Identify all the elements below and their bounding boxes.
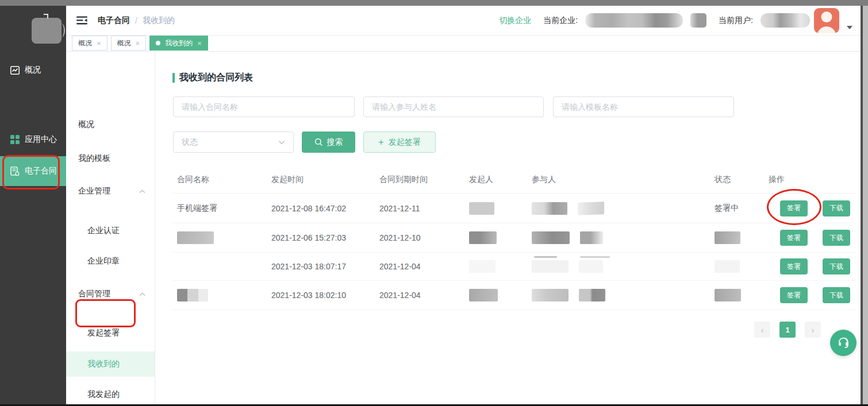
tab-overview-2[interactable]: 概况 ×	[111, 36, 147, 51]
window-top-strip	[0, 0, 868, 6]
cell-actions: 签署 下载	[769, 253, 861, 280]
app-logo-tick	[44, 14, 48, 18]
cell-contract-name-redacted	[177, 223, 269, 252]
cell-expire-time: 2021-12-11	[379, 194, 467, 223]
sign-button[interactable]: 签署	[780, 200, 808, 216]
sidebar-collapse-icon[interactable]	[76, 16, 87, 25]
tab-overview-1[interactable]: 概况 ×	[72, 36, 107, 51]
download-button[interactable]: 下载	[823, 230, 850, 246]
current-user-name-redacted	[761, 13, 810, 28]
current-company-name-redacted	[585, 13, 683, 28]
menu-group-contract-management[interactable]: 合同管理	[66, 283, 155, 306]
breadcrumb: 电子合同 / 我收到的	[98, 16, 175, 26]
cell-status-redacted	[715, 253, 766, 280]
template-name-input[interactable]	[553, 96, 734, 117]
primary-sidebar-label: 电子合同	[25, 166, 57, 176]
headset-icon	[836, 335, 851, 350]
col-status: 状态	[715, 167, 766, 193]
cell-status: 签署中	[715, 194, 766, 223]
participant-name-input[interactable]	[363, 96, 544, 117]
tab-close-icon[interactable]: ×	[136, 40, 140, 47]
menu-label: 我的模板	[78, 153, 110, 164]
window-right-gutter	[863, 6, 868, 406]
primary-sidebar-label: 概况	[25, 65, 41, 75]
primary-sidebar-item-app-center[interactable]: 应用中心	[0, 125, 66, 154]
cell-participants-redacted	[532, 194, 712, 223]
primary-sidebar-item-e-contract[interactable]: 电子合同	[0, 156, 66, 186]
chevron-down-icon	[278, 140, 285, 145]
cell-start-time: 2021-12-03 18:07:17	[271, 253, 377, 280]
menu-item-enterprise-seal[interactable]: 企业印章	[66, 250, 155, 273]
cell-participants-redacted	[532, 223, 712, 252]
tab-close-icon[interactable]: ×	[197, 40, 202, 47]
menu-label: 企业管理	[78, 186, 110, 196]
user-avatar[interactable]	[814, 8, 839, 33]
primary-sidebar-item-overview[interactable]: 概况	[0, 55, 66, 85]
menu-label: 发起签署	[87, 328, 120, 338]
sign-button[interactable]: 签署	[780, 258, 808, 274]
cell-start-time: 2021-12-08 16:47:02	[271, 194, 377, 223]
cell-contract-name	[177, 253, 269, 280]
pagination-prev-button[interactable]: ‹	[754, 322, 770, 338]
menu-group-enterprise-management[interactable]: 企业管理	[66, 180, 155, 203]
breadcrumb-current: 我收到的	[143, 16, 175, 26]
menu-item-my-templates[interactable]: 我的模板	[66, 147, 155, 170]
table-row: 手机端签署 2021-12-08 16:47:02 2021-12-11 签署中…	[172, 194, 857, 223]
table-row: 2021-12-03 18:02:10 2021-12-04 签署 下载	[172, 281, 857, 310]
pagination-next-button[interactable]: ›	[805, 322, 821, 338]
table-header-row: 合同名称 发起时间 合同到期时间 发起人 参与人 状态 操作	[172, 167, 857, 194]
search-button[interactable]: 搜索	[302, 132, 355, 153]
menu-label: 企业印章	[87, 256, 120, 266]
sign-button[interactable]: 签署	[780, 287, 808, 303]
cell-actions: 签署 下载	[769, 281, 861, 310]
tab-received-contracts[interactable]: 我收到的 ×	[149, 36, 208, 51]
app-logo-mark	[57, 24, 65, 37]
menu-item-overview[interactable]: 概况	[66, 113, 155, 136]
menu-item-initiate-signing[interactable]: 发起签署	[66, 322, 155, 345]
search-button-label: 搜索	[327, 137, 343, 148]
menu-item-enterprise-auth[interactable]: 企业认证	[66, 219, 155, 242]
tab-label: 概况	[78, 38, 92, 48]
cell-contract-name-redacted	[177, 281, 269, 310]
current-user-label: 当前用户:	[719, 16, 753, 26]
cell-initiator-redacted	[469, 194, 530, 223]
status-select-placeholder: 状态	[182, 137, 198, 148]
contract-name-input[interactable]	[173, 96, 355, 117]
cell-contract-name: 手机端签署	[177, 194, 269, 223]
avatar-torso-shape	[816, 26, 837, 33]
cell-status-redacted	[715, 281, 766, 310]
cell-start-time: 2021-12-06 15:27:03	[271, 223, 377, 252]
top-header: 电子合同 / 我收到的 切换企业 当前企业: 当前用户:	[66, 6, 861, 36]
primary-sidebar: 概况 应用中心 电子合同	[0, 6, 66, 404]
download-button[interactable]: 下载	[823, 258, 850, 274]
header-right-group: 切换企业 当前企业: 当前用户:	[499, 8, 852, 33]
contract-doc-icon	[10, 167, 20, 176]
tab-close-icon[interactable]: ×	[97, 40, 101, 47]
menu-item-initiated-by-me[interactable]: 我发起的	[66, 383, 155, 406]
title-accent-bar	[172, 73, 175, 83]
sign-button[interactable]: 签署	[780, 230, 808, 246]
breadcrumb-section[interactable]: 电子合同	[98, 16, 130, 26]
user-menu-caret-icon[interactable]	[847, 26, 852, 29]
cell-start-time: 2021-12-03 18:02:10	[271, 281, 377, 310]
initiate-signing-button[interactable]: + 发起签署	[363, 132, 436, 153]
download-button[interactable]: 下载	[823, 287, 850, 303]
cell-expire-time: 2021-12-04	[379, 253, 467, 280]
cell-initiator-redacted	[469, 281, 530, 310]
app-window: 概况 应用中心 电子合同 电子合同 / 我收到的 切换企业 当前企业:	[0, 0, 868, 406]
pagination-page-1[interactable]: 1	[779, 322, 796, 338]
cell-initiator-redacted	[469, 253, 530, 280]
customer-service-fab[interactable]	[830, 330, 857, 356]
table-row: 2021-12-06 15:27:03 2021-12-10 签署 下载	[172, 223, 857, 253]
cell-participants-redacted	[532, 253, 712, 280]
status-select[interactable]: 状态	[173, 132, 294, 153]
cell-initiator-redacted	[469, 223, 530, 252]
menu-item-received-by-me[interactable]: 我收到的	[66, 351, 155, 377]
col-participants: 参与人	[532, 167, 712, 193]
menu-label: 我发起的	[87, 389, 120, 400]
switch-company-link[interactable]: 切换企业	[499, 16, 531, 26]
table-row: 2021-12-03 18:07:17 2021-12-04 签署 下载	[172, 253, 857, 281]
page-title: 我收到的合同列表	[179, 72, 253, 84]
col-actions: 操作	[769, 167, 861, 193]
download-button[interactable]: 下载	[823, 200, 850, 216]
